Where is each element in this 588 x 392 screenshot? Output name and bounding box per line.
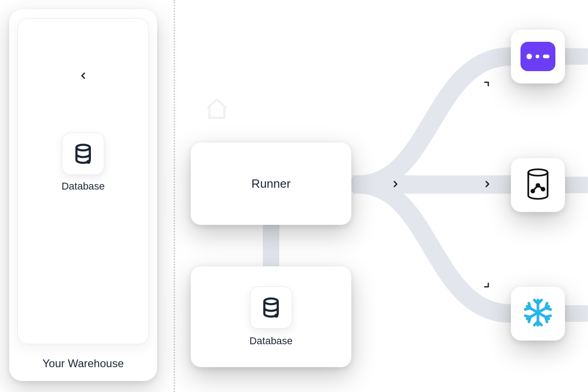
warehouse-source-block: Database bbox=[62, 133, 105, 192]
connector-stub bbox=[564, 177, 588, 193]
database-icon bbox=[250, 286, 292, 329]
warehouse-card: Database Your Warehouse bbox=[9, 9, 157, 381]
chevron-down-right-icon bbox=[479, 278, 496, 295]
svg-point-1 bbox=[87, 161, 89, 163]
connector-runner-to-db bbox=[263, 225, 279, 267]
destination-card-snowflake bbox=[511, 286, 565, 341]
destination-card-app bbox=[511, 29, 565, 84]
warehouse-title: Your Warehouse bbox=[43, 357, 124, 370]
snowflake-icon bbox=[522, 297, 554, 330]
section-divider-dotted bbox=[174, 0, 175, 392]
watermark-house-icon bbox=[204, 96, 230, 124]
warehouse-inner-card: Database bbox=[17, 18, 149, 344]
svg-point-2 bbox=[264, 298, 277, 304]
more-icon bbox=[520, 42, 555, 71]
destination-card-analytics bbox=[511, 158, 565, 212]
center-database-label: Database bbox=[249, 335, 293, 347]
svg-point-3 bbox=[275, 315, 277, 317]
cylinder-graph-icon bbox=[525, 168, 551, 202]
center-database-card: Database bbox=[191, 266, 351, 367]
runner-card: Runner bbox=[191, 142, 351, 225]
connector-stub bbox=[564, 305, 588, 322]
chevron-right-icon bbox=[390, 178, 401, 190]
runner-label: Runner bbox=[251, 177, 290, 191]
connector-stub bbox=[564, 48, 588, 65]
database-icon bbox=[62, 133, 104, 175]
svg-point-4 bbox=[528, 169, 548, 176]
svg-point-0 bbox=[76, 145, 90, 151]
chevron-left-icon[interactable] bbox=[77, 69, 90, 82]
chevron-right-icon bbox=[481, 178, 493, 190]
chevron-up-right-icon bbox=[479, 75, 496, 92]
warehouse-source-label: Database bbox=[62, 180, 105, 192]
